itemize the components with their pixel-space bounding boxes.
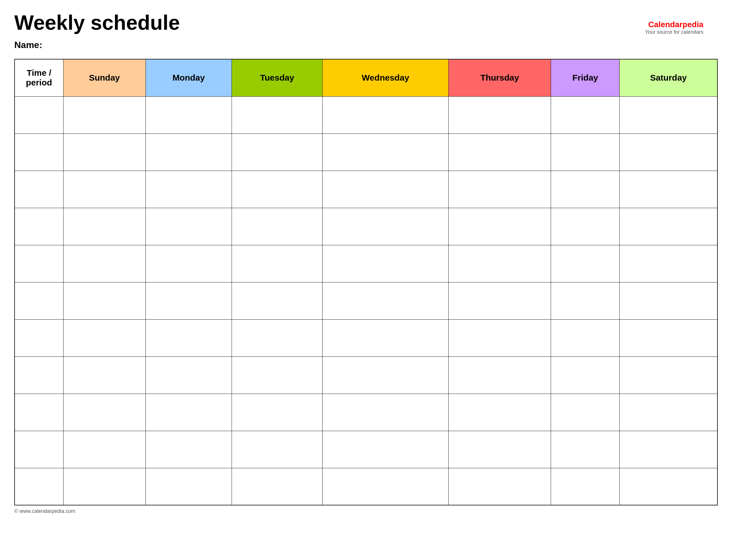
table-cell[interactable]: [63, 394, 146, 431]
table-cell[interactable]: [551, 96, 620, 133]
table-cell[interactable]: [620, 282, 717, 319]
table-cell[interactable]: [323, 133, 448, 171]
table-cell[interactable]: [620, 133, 717, 171]
table-cell[interactable]: [323, 356, 448, 394]
table-cell[interactable]: [146, 282, 232, 319]
table-cell[interactable]: [448, 282, 551, 319]
table-cell[interactable]: [323, 282, 448, 319]
table-cell[interactable]: [448, 245, 551, 282]
table-cell[interactable]: [323, 319, 448, 356]
table-row[interactable]: [15, 171, 717, 208]
table-cell[interactable]: [63, 208, 146, 245]
table-cell[interactable]: [551, 208, 620, 245]
table-cell[interactable]: [146, 96, 232, 133]
table-cell[interactable]: [146, 468, 232, 505]
table-cell[interactable]: [63, 468, 146, 505]
table-cell[interactable]: [551, 468, 620, 505]
table-cell[interactable]: [448, 319, 551, 356]
table-cell[interactable]: [63, 133, 146, 171]
table-cell[interactable]: [15, 468, 63, 505]
table-cell[interactable]: [232, 133, 323, 171]
table-cell[interactable]: [146, 431, 232, 468]
table-cell[interactable]: [232, 356, 323, 394]
table-cell[interactable]: [620, 356, 717, 394]
table-cell[interactable]: [63, 245, 146, 282]
table-cell[interactable]: [15, 133, 63, 171]
table-cell[interactable]: [323, 468, 448, 505]
table-cell[interactable]: [323, 96, 448, 133]
table-cell[interactable]: [15, 356, 63, 394]
table-cell[interactable]: [232, 208, 323, 245]
table-cell[interactable]: [448, 96, 551, 133]
table-cell[interactable]: [551, 282, 620, 319]
table-cell[interactable]: [15, 394, 63, 431]
table-cell[interactable]: [63, 431, 146, 468]
table-cell[interactable]: [146, 208, 232, 245]
table-cell[interactable]: [620, 245, 717, 282]
logo-brand-red: pedia: [683, 20, 703, 29]
table-cell[interactable]: [146, 171, 232, 208]
table-row[interactable]: [15, 319, 717, 356]
table-cell[interactable]: [63, 96, 146, 133]
table-cell[interactable]: [323, 208, 448, 245]
table-cell[interactable]: [323, 394, 448, 431]
table-row[interactable]: [15, 208, 717, 245]
table-row[interactable]: [15, 394, 717, 431]
table-cell[interactable]: [15, 245, 63, 282]
table-cell[interactable]: [15, 171, 63, 208]
table-cell[interactable]: [232, 431, 323, 468]
table-row[interactable]: [15, 96, 717, 133]
table-cell[interactable]: [15, 431, 63, 468]
table-cell[interactable]: [323, 431, 448, 468]
table-cell[interactable]: [323, 171, 448, 208]
table-cell[interactable]: [323, 245, 448, 282]
table-cell[interactable]: [15, 208, 63, 245]
table-cell[interactable]: [551, 394, 620, 431]
table-cell[interactable]: [620, 431, 717, 468]
table-cell[interactable]: [232, 245, 323, 282]
table-cell[interactable]: [448, 133, 551, 171]
table-cell[interactable]: [551, 245, 620, 282]
table-cell[interactable]: [551, 133, 620, 171]
table-cell[interactable]: [232, 468, 323, 505]
table-cell[interactable]: [146, 394, 232, 431]
table-cell[interactable]: [620, 96, 717, 133]
table-cell[interactable]: [620, 468, 717, 505]
table-cell[interactable]: [448, 356, 551, 394]
table-cell[interactable]: [551, 431, 620, 468]
table-cell[interactable]: [448, 394, 551, 431]
table-cell[interactable]: [232, 394, 323, 431]
table-cell[interactable]: [551, 356, 620, 394]
table-cell[interactable]: [63, 171, 146, 208]
table-cell[interactable]: [15, 282, 63, 319]
table-row[interactable]: [15, 245, 717, 282]
table-cell[interactable]: [620, 319, 717, 356]
table-row[interactable]: [15, 431, 717, 468]
table-cell[interactable]: [551, 319, 620, 356]
table-row[interactable]: [15, 282, 717, 319]
table-cell[interactable]: [146, 133, 232, 171]
table-row[interactable]: [15, 468, 717, 505]
table-cell[interactable]: [620, 171, 717, 208]
table-row[interactable]: [15, 356, 717, 394]
table-cell[interactable]: [232, 282, 323, 319]
table-cell[interactable]: [448, 431, 551, 468]
table-cell[interactable]: [620, 394, 717, 431]
table-cell[interactable]: [15, 96, 63, 133]
table-cell[interactable]: [232, 319, 323, 356]
table-cell[interactable]: [15, 319, 63, 356]
table-cell[interactable]: [620, 208, 717, 245]
table-cell[interactable]: [551, 171, 620, 208]
table-cell[interactable]: [63, 356, 146, 394]
table-cell[interactable]: [63, 282, 146, 319]
table-cell[interactable]: [448, 468, 551, 505]
table-cell[interactable]: [448, 171, 551, 208]
table-cell[interactable]: [232, 171, 323, 208]
table-cell[interactable]: [146, 356, 232, 394]
table-cell[interactable]: [146, 319, 232, 356]
table-row[interactable]: [15, 133, 717, 171]
table-cell[interactable]: [448, 208, 551, 245]
table-cell[interactable]: [232, 96, 323, 133]
table-cell[interactable]: [146, 245, 232, 282]
table-cell[interactable]: [63, 319, 146, 356]
